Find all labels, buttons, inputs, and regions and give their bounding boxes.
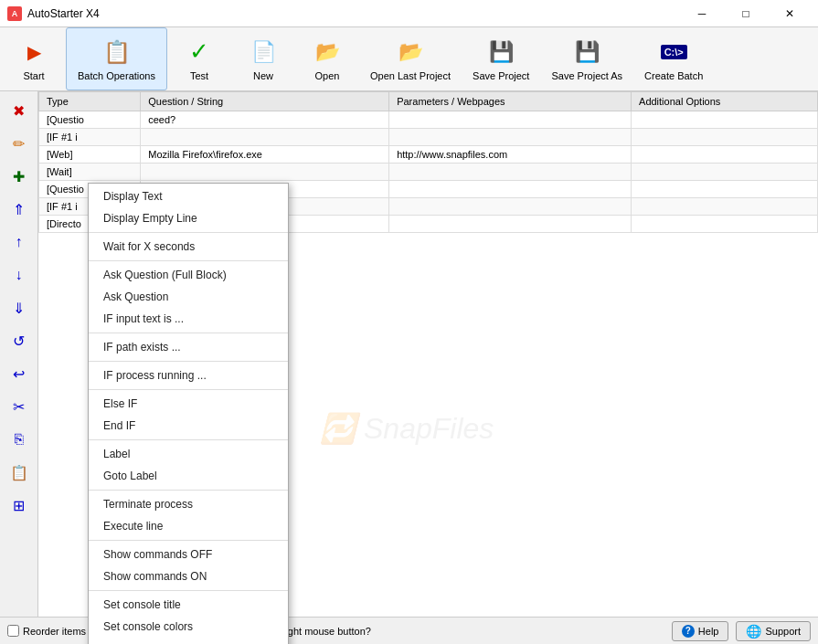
col-question: Question / String — [141, 92, 389, 111]
paste-button[interactable]: 📋 — [4, 457, 35, 488]
minimize-button[interactable]: ─ — [681, 0, 723, 27]
help-button[interactable]: ? Help — [672, 621, 729, 641]
table-row[interactable]: [Web] Mozilla Firefox\firefox.exe http:/… — [39, 146, 818, 164]
cell-type: [Wait] — [39, 164, 141, 181]
menu-item-label[interactable]: Label — [89, 443, 288, 465]
save-as-label: Save Project As — [551, 70, 622, 81]
move-top-button[interactable]: ⇑ — [4, 194, 35, 225]
cell-options — [632, 198, 818, 216]
cut-button[interactable]: ✂ — [4, 391, 35, 422]
menu-item-set-console-colors[interactable]: Set console colors — [89, 616, 288, 638]
new-icon: 📄 — [249, 37, 278, 67]
save-label: Save Project — [473, 70, 529, 81]
table-row[interactable]: [IF #1 i — [39, 129, 818, 146]
app-icon: A — [7, 6, 22, 21]
delete-button[interactable]: ✖ — [4, 95, 35, 126]
menu-item-end-if[interactable]: End IF — [89, 415, 288, 437]
close-button[interactable]: ✕ — [769, 0, 811, 27]
menu-separator — [89, 490, 288, 491]
batch-operations-button[interactable]: 📋 Batch Operations — [66, 27, 167, 90]
menu-separator — [89, 232, 288, 233]
move-down-button[interactable]: ↓ — [4, 259, 35, 290]
copy-button[interactable]: ⎘ — [4, 424, 35, 455]
test-label: Test — [190, 70, 208, 81]
open-label: Open — [315, 70, 340, 81]
menu-item-if-input-text[interactable]: IF input text is ... — [89, 308, 288, 330]
test-icon: ✓ — [185, 37, 214, 67]
menu-item-set-character-encoding[interactable]: Set character encoding — [89, 638, 288, 644]
menu-item-show-commands-off[interactable]: Show commands OFF — [89, 544, 288, 565]
menu-separator — [89, 540, 288, 541]
create-batch-button[interactable]: C:\> Create Batch — [633, 27, 714, 90]
main-layout: ✖ ✏ ✚ ⇑ ↑ ↓ ⇓ ↺ ↩ ✂ ⎘ 📋 ⊞ Type Question … — [0, 91, 818, 617]
more-button[interactable]: ⊞ — [4, 490, 35, 521]
support-button[interactable]: 🌐 Support — [736, 621, 811, 641]
add-button[interactable]: ✚ — [4, 161, 35, 192]
cell-question — [141, 129, 389, 146]
cell-params — [389, 164, 632, 181]
open-last-icon: 📂 — [396, 37, 425, 67]
cell-options — [632, 146, 818, 164]
menu-item-ask-question-full[interactable]: Ask Question (Full Block) — [89, 264, 288, 286]
cell-options — [632, 111, 818, 129]
new-button[interactable]: 📄 New — [231, 27, 295, 90]
cell-type: [IF #1 i — [39, 129, 141, 146]
menu-separator — [89, 389, 288, 390]
batch-label: Batch Operations — [78, 70, 155, 81]
title-bar-controls[interactable]: ─ □ ✕ — [681, 0, 811, 27]
menu-item-execute-line[interactable]: Execute line — [89, 515, 288, 537]
menu-separator — [89, 590, 288, 591]
sidebar: ✖ ✏ ✚ ⇑ ↑ ↓ ⇓ ↺ ↩ ✂ ⎘ 📋 ⊞ — [0, 91, 38, 617]
cell-params — [389, 111, 632, 129]
cell-params — [389, 198, 632, 216]
move-bottom-button[interactable]: ⇓ — [4, 292, 35, 323]
undo-button[interactable]: ↩ — [4, 358, 35, 389]
cell-options — [632, 164, 818, 181]
menu-item-if-path-exists[interactable]: IF path exists ... — [89, 336, 288, 358]
menu-separator — [89, 439, 288, 440]
refresh-button[interactable]: ↺ — [4, 325, 35, 356]
open-icon: 📂 — [313, 37, 342, 67]
save-icon: 💾 — [486, 37, 515, 67]
menu-item-terminate-process[interactable]: Terminate process — [89, 493, 288, 515]
menu-item-goto-label[interactable]: Goto Label — [89, 465, 288, 487]
table-row[interactable]: [Questio ceed? — [39, 111, 818, 129]
cell-question: ceed? — [141, 111, 389, 129]
test-button[interactable]: ✓ Test — [167, 27, 231, 90]
start-button[interactable]: ▶ Start — [2, 27, 66, 90]
menu-item-wait-x-seconds[interactable]: Wait for X seconds — [89, 236, 288, 258]
col-options: Additional Options — [632, 92, 818, 111]
title-bar-left: A AutoStarter X4 — [7, 6, 100, 21]
toolbar: ▶ Start 📋 Batch Operations ✓ Test 📄 New … — [0, 27, 818, 91]
create-batch-icon: C:\> — [659, 37, 688, 67]
menu-separator — [89, 333, 288, 333]
menu-item-display-text[interactable]: Display Text — [89, 185, 288, 207]
start-label: Start — [23, 70, 44, 81]
create-batch-label: Create Batch — [644, 70, 703, 81]
cell-question: Mozilla Firefox\firefox.exe — [141, 146, 389, 164]
menu-item-ask-question[interactable]: Ask Question — [89, 286, 288, 308]
maximize-button[interactable]: □ — [725, 0, 767, 27]
cell-options — [632, 129, 818, 146]
menu-item-set-console-title[interactable]: Set console title — [89, 594, 288, 616]
table-row[interactable]: [Wait] — [39, 164, 818, 181]
open-last-label: Open Last Project — [370, 70, 451, 81]
menu-item-show-commands-on[interactable]: Show commands ON — [89, 565, 288, 587]
menu-item-display-empty-line[interactable]: Display Empty Line — [89, 207, 288, 229]
open-last-button[interactable]: 📂 Open Last Project — [359, 27, 462, 90]
open-button[interactable]: 📂 Open — [295, 27, 359, 90]
cell-options — [632, 216, 818, 233]
save-button[interactable]: 💾 Save Project — [462, 27, 540, 90]
help-icon: ? — [682, 625, 695, 638]
save-as-icon: 💾 — [572, 37, 601, 67]
menu-item-if-process-running[interactable]: IF process running ... — [89, 364, 288, 386]
col-params: Parameters / Webpages — [389, 92, 632, 111]
status-bar-right: ? Help 🌐 Support — [672, 621, 811, 641]
cell-type: [Web] — [39, 146, 141, 164]
drag-checkbox[interactable] — [7, 625, 19, 637]
menu-item-else-if[interactable]: Else IF — [89, 393, 288, 415]
move-up-button[interactable]: ↑ — [4, 227, 35, 258]
col-type: Type — [39, 92, 141, 111]
save-as-button[interactable]: 💾 Save Project As — [540, 27, 633, 90]
edit-button[interactable]: ✏ — [4, 128, 35, 159]
